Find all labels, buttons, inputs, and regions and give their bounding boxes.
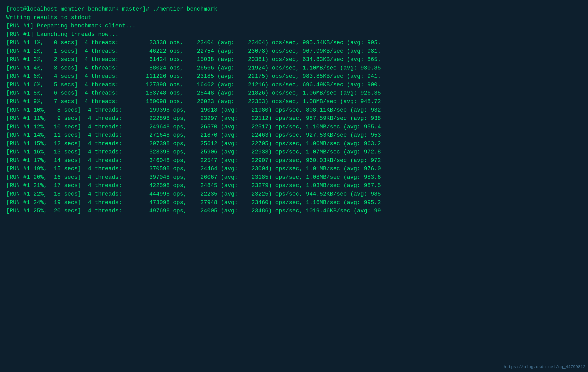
terminal-output-line: [RUN #1] Launching threads now...: [6, 30, 582, 39]
terminal-output-line: [RUN #1 16%, 13 secs] 4 threads: 323398 …: [6, 148, 582, 157]
terminal-output-line: [RUN #1 14%, 11 secs] 4 threads: 271648 …: [6, 131, 582, 140]
output-lines: Writing results to stdout[RUN #1] Prepar…: [6, 14, 582, 215]
terminal-output-line: [RUN #1 3%, 2 secs] 4 threads: 61424 ops…: [6, 56, 582, 64]
terminal-output-line: [RUN #1 12%, 10 secs] 4 threads: 249648 …: [6, 123, 582, 131]
terminal-output-line: [RUN #1] Preparing benchmark client...: [6, 22, 582, 30]
terminal-output-line: [RUN #1 21%, 17 secs] 4 threads: 422598 …: [6, 182, 582, 190]
terminal-output-line: [RUN #1 2%, 1 secs] 4 threads: 46222 ops…: [6, 47, 582, 56]
prompt-line: [root@localhost memtier_benchmark-master…: [6, 5, 582, 14]
terminal-container: [root@localhost memtier_benchmark-master…: [6, 5, 582, 215]
terminal-output-line: [RUN #1 20%, 16 secs] 4 threads: 397048 …: [6, 173, 582, 182]
terminal-output-line: [RUN #1 17%, 14 secs] 4 threads: 346048 …: [6, 157, 582, 165]
terminal-output-line: [RUN #1 15%, 12 secs] 4 threads: 297398 …: [6, 140, 582, 148]
terminal-output-line: [RUN #1 19%, 15 secs] 4 threads: 370598 …: [6, 165, 582, 173]
terminal-output-line: [RUN #1 1%, 0 secs] 4 threads: 23338 ops…: [6, 39, 582, 47]
terminal-output-line: [RUN #1 9%, 7 secs] 4 threads: 180098 op…: [6, 98, 582, 106]
terminal-output-line: [RUN #1 22%, 18 secs] 4 threads: 444998 …: [6, 190, 582, 199]
terminal-output-line: [RUN #1 24%, 19 secs] 4 threads: 473098 …: [6, 199, 582, 207]
terminal-output-line: [RUN #1 6%, 5 secs] 4 threads: 127898 op…: [6, 81, 582, 89]
terminal-output-line: [RUN #1 25%, 20 secs] 4 threads: 497698 …: [6, 207, 582, 215]
terminal-output-line: [RUN #1 10%, 8 secs] 4 threads: 199398 o…: [6, 106, 582, 115]
terminal-output-line: [RUN #1 6%, 4 secs] 4 threads: 111226 op…: [6, 72, 582, 81]
watermark: https://blog.csdn.net/qq_44799812: [504, 365, 585, 369]
terminal-output-line: Writing results to stdout: [6, 14, 582, 22]
terminal-output-line: [RUN #1 8%, 6 secs] 4 threads: 153748 op…: [6, 89, 582, 98]
terminal-output-line: [RUN #1 4%, 3 secs] 4 threads: 88024 ops…: [6, 64, 582, 73]
terminal-output-line: [RUN #1 11%, 9 secs] 4 threads: 222898 o…: [6, 114, 582, 123]
